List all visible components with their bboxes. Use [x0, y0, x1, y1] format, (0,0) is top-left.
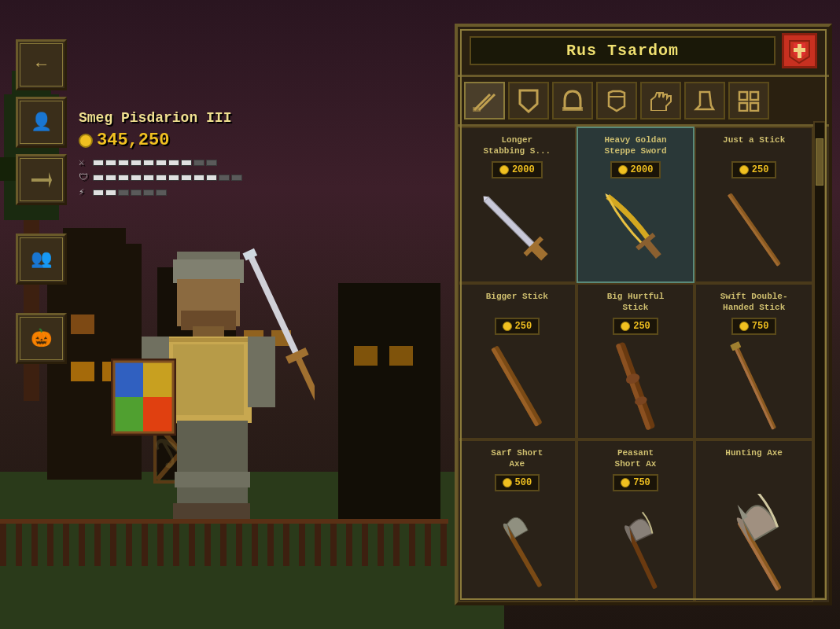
tab-helmets[interactable]: [552, 82, 593, 120]
item-name-just-a-stick: Just a Stick: [723, 134, 785, 158]
item-sarf-short-axe[interactable]: Sarf ShortAxe 500: [458, 440, 577, 602]
svg-rect-26: [193, 326, 224, 338]
hunting-axe-image: [711, 494, 798, 596]
pumpkin-button[interactable]: 🎃: [16, 313, 67, 364]
svg-rect-47: [173, 503, 212, 519]
svg-rect-48: [211, 503, 250, 519]
item-img-hunting-axe: [700, 494, 808, 596]
svg-marker-82: [735, 503, 748, 520]
svg-rect-35: [143, 397, 173, 432]
gold-coin-icon: [79, 134, 93, 148]
price-coin-icon-3: [739, 165, 749, 175]
shop-scrollbar[interactable]: [813, 121, 826, 599]
health-bar-row: ⚔: [79, 156, 242, 168]
item-just-a-stick[interactable]: Just a Stick 250: [694, 127, 813, 283]
svg-rect-20: [31, 178, 49, 182]
shop-content: LongerStabbing S... 2000: [458, 127, 829, 612]
item-big-hurtful-stick[interactable]: Big HurtfulStick 250: [577, 283, 695, 440]
emblem-icon: [786, 37, 813, 64]
pumpkin-icon: 🎃: [31, 328, 52, 349]
curved-sword-image: [596, 182, 675, 277]
price-coin-icon: [499, 165, 509, 175]
shields-tab-icon: [518, 88, 540, 113]
svg-rect-76: [732, 344, 774, 430]
svg-rect-57: [750, 92, 758, 100]
svg-rect-54: [562, 107, 583, 111]
svg-rect-43: [177, 421, 212, 507]
price-coin-icon-5: [621, 322, 630, 331]
item-heavy-golden-steppe-sword[interactable]: Heavy GoldanSteppe Sword 2000: [577, 127, 695, 283]
item-price-longer-stabbing-sword: 2000: [512, 164, 535, 175]
item-hunting-axe[interactable]: Hunting Axe: [694, 440, 813, 602]
price-coin-icon-8: [621, 478, 630, 487]
item-name-longer-stabbing-sword: LongerStabbing S...: [483, 134, 551, 158]
svg-rect-40: [296, 358, 315, 403]
item-img-bigger-stick: [463, 339, 571, 433]
item-price-box-bigger-stick: 250: [495, 318, 540, 335]
item-swift-double-handed-stick[interactable]: Swift Double-Handed Stick 750: [694, 283, 813, 440]
tab-boots[interactable]: [684, 82, 725, 120]
shop-emblem: [782, 33, 817, 68]
item-price-peasant-short-axe: 750: [633, 477, 650, 488]
svg-rect-72: [616, 343, 651, 430]
item-img-longer-stabbing-sword: [463, 182, 571, 277]
character-button[interactable]: 👤: [16, 97, 67, 148]
character-area: [110, 236, 307, 550]
gold-display: 345,250: [79, 131, 242, 150]
svg-rect-59: [750, 103, 758, 111]
character-sprite: [110, 236, 315, 535]
price-coin-icon-2: [618, 165, 628, 175]
item-name-hunting-axe: Hunting Axe: [725, 447, 783, 471]
axe2-image: [596, 498, 675, 593]
long-stick-image: [715, 339, 794, 433]
svg-rect-19: [389, 346, 413, 366]
big-stick-image: [477, 339, 556, 433]
svg-rect-8: [71, 314, 94, 334]
svg-rect-18: [354, 346, 378, 366]
item-name-sarf-short-axe: Sarf ShortAxe: [491, 447, 543, 471]
stick-image: [715, 182, 794, 277]
weapons-tab-icon: [473, 90, 496, 112]
left-sidebar: ← 👤 👥 🎃: [16, 39, 67, 364]
player-info: Smeg Pisdarion III 345,250 ⚔ 🛡: [79, 110, 242, 201]
item-peasant-short-axe[interactable]: PeasantShort Ax 750: [577, 440, 695, 602]
item-price-box-just-a-stick: 250: [731, 161, 777, 178]
weapons-button[interactable]: [16, 154, 67, 205]
svg-rect-31: [248, 337, 275, 407]
item-price-box-peasant-short-axe: 750: [613, 474, 658, 491]
item-img-just-a-stick: [700, 182, 808, 277]
item-price-bigger-stick: 250: [515, 321, 532, 332]
sword-stat-icon: ⚔: [79, 156, 90, 168]
category-tabs: [458, 77, 829, 127]
svg-rect-53: [473, 107, 481, 112]
tab-weapons[interactable]: [464, 82, 505, 120]
price-coin-icon-7: [503, 478, 512, 487]
party-button[interactable]: 👥: [16, 234, 67, 285]
svg-rect-45: [175, 472, 215, 487]
tab-misc[interactable]: [728, 82, 769, 120]
svg-rect-46: [210, 472, 250, 487]
item-img-swift-double-handed-stick: [700, 339, 808, 433]
svg-rect-44: [212, 421, 248, 507]
back-icon: ←: [36, 55, 46, 75]
svg-rect-68: [728, 194, 779, 267]
item-price-box-swift-double-handed-stick: 750: [731, 318, 777, 335]
item-img-sarf-short-axe: [463, 495, 571, 596]
stamina-bar: [93, 175, 242, 181]
health-bar: [93, 160, 217, 166]
boots-tab-icon: [694, 90, 716, 112]
tab-armor[interactable]: [596, 82, 637, 120]
back-button[interactable]: ←: [16, 39, 67, 90]
svg-rect-60: [484, 197, 536, 248]
scrollbar-thumb[interactable]: [816, 138, 823, 186]
player-name: Smeg Pisdarion III: [79, 110, 242, 126]
tab-gloves[interactable]: [640, 82, 681, 120]
shop-panel: Rus Tsardom: [455, 24, 832, 605]
svg-rect-34: [114, 397, 143, 432]
shield-stat-icon: 🛡: [79, 171, 90, 183]
price-coin-icon-6: [739, 322, 749, 331]
svg-rect-70: [491, 348, 539, 427]
tab-shields[interactable]: [508, 82, 549, 120]
item-bigger-stick[interactable]: Bigger Stick 250: [458, 283, 577, 440]
item-longer-stabbing-sword[interactable]: LongerStabbing S... 2000: [458, 127, 577, 283]
